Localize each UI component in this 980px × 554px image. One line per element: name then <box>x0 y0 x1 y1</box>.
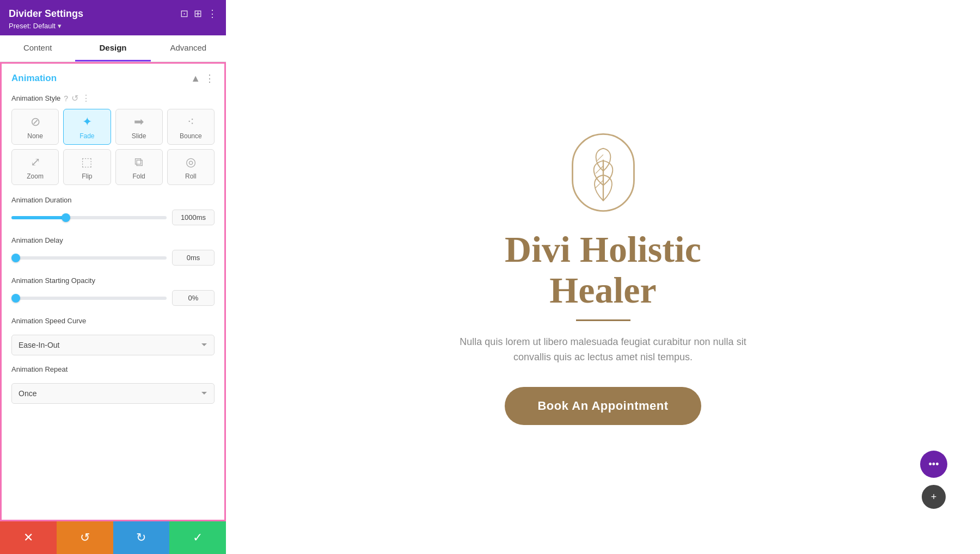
anim-bounce[interactable]: ⁖ Bounce <box>167 109 215 145</box>
flip-icon: ⬚ <box>81 155 93 169</box>
tab-advanced[interactable]: Advanced <box>151 35 226 61</box>
opacity-slider-track[interactable] <box>11 297 167 300</box>
duration-input[interactable]: 1000ms <box>172 210 215 225</box>
duration-slider-fill <box>11 216 66 219</box>
panel-header-actions: ⊡ ⊞ ⋮ <box>180 8 217 20</box>
bounce-label: Bounce <box>180 132 202 140</box>
help-icon[interactable]: ? <box>64 94 68 103</box>
duration-slider-group: 1000ms <box>11 210 215 225</box>
anim-zoom[interactable]: ⤢ Zoom <box>11 149 59 185</box>
preview-panel: Divi Holistic Healer Nulla quis lorem ut… <box>226 0 980 554</box>
fade-icon: ✦ <box>82 115 92 129</box>
delay-slider-group: 0ms <box>11 250 215 266</box>
fold-icon: ⧉ <box>134 155 143 169</box>
delay-slider-thumb[interactable] <box>11 254 20 262</box>
opacity-slider-thumb[interactable] <box>11 294 20 303</box>
tab-design[interactable]: Design <box>75 35 150 61</box>
animation-repeat-row: Animation Repeat Once Loop Infinite <box>11 365 215 404</box>
roll-label: Roll <box>185 173 197 180</box>
tab-content[interactable]: Content <box>0 35 75 61</box>
opacity-input[interactable]: 0% <box>172 290 215 306</box>
brand-description: Nulla quis lorem ut libero malesuada feu… <box>440 334 767 366</box>
zoom-icon: ⤢ <box>30 155 40 169</box>
zoom-label: Zoom <box>27 173 44 180</box>
speed-curve-select[interactable]: Ease-In-Out Ease-In Ease-Out Linear Ease <box>11 335 215 355</box>
delay-slider-track[interactable] <box>11 256 167 260</box>
preset-label[interactable]: Preset: Default ▾ <box>9 22 217 30</box>
bounce-icon: ⁖ <box>187 115 194 129</box>
none-label: None <box>27 132 43 140</box>
panel-body: Animation ▲ ⋮ Animation Style ? ↺ ⋮ ⊘ No… <box>0 62 226 521</box>
repeat-label: Animation Repeat <box>11 365 215 373</box>
reset-button[interactable]: ↺ <box>57 521 113 554</box>
svg-line-4 <box>597 155 603 161</box>
slide-label: Slide <box>132 132 146 140</box>
anim-none[interactable]: ⊘ None <box>11 109 59 145</box>
collapse-icon[interactable]: ▲ <box>191 73 200 84</box>
anim-flip[interactable]: ⬚ Flip <box>63 149 111 185</box>
duration-slider-track[interactable] <box>11 216 167 219</box>
anim-fold[interactable]: ⧉ Fold <box>115 149 163 185</box>
speed-curve-row: Animation Speed Curve Ease-In-Out Ease-I… <box>11 317 215 355</box>
animation-delay-row: Animation Delay 0ms <box>11 236 215 266</box>
animation-section-title: Animation <box>11 73 57 84</box>
section-more-icon[interactable]: ⋮ <box>205 72 215 84</box>
reset-style-icon[interactable]: ↺ <box>71 93 78 103</box>
brand-divider <box>576 319 630 321</box>
style-more-icon[interactable]: ⋮ <box>82 93 90 103</box>
save-button[interactable]: ✓ <box>169 521 226 554</box>
animation-style-grid: ⊘ None ✦ Fade ➡ Slide ⁖ Bounce ⤢ Zoom <box>11 109 215 185</box>
flip-label: Flip <box>82 173 92 180</box>
duration-slider-thumb[interactable] <box>62 213 70 222</box>
fade-label: Fade <box>79 132 94 140</box>
anim-fade[interactable]: ✦ Fade <box>63 109 111 145</box>
none-icon: ⊘ <box>30 115 40 129</box>
tabs-bar: Content Design Advanced <box>0 35 226 62</box>
delay-label: Animation Delay <box>11 236 215 244</box>
animation-repeat-select[interactable]: Once Loop Infinite <box>11 383 215 404</box>
animation-style-label: Animation Style ? ↺ ⋮ <box>11 93 215 103</box>
opacity-slider-group: 0% <box>11 290 215 306</box>
roll-icon: ◎ <box>186 155 196 169</box>
speed-curve-label: Animation Speed Curve <box>11 317 215 325</box>
animation-duration-row: Animation Duration 1000ms <box>11 196 215 225</box>
bottom-bar: ✕ ↺ ↻ ✓ <box>0 521 226 554</box>
anim-roll[interactable]: ◎ Roll <box>167 149 215 185</box>
animation-opacity-row: Animation Starting Opacity 0% <box>11 276 215 306</box>
slide-icon: ➡ <box>134 115 144 129</box>
anim-slide[interactable]: ➡ Slide <box>115 109 163 145</box>
duration-label: Animation Duration <box>11 196 215 204</box>
brand-title: Divi Holistic Healer <box>505 229 701 311</box>
fold-label: Fold <box>132 173 145 180</box>
floating-plus-button[interactable]: + <box>920 483 947 510</box>
animation-section: Animation ▲ ⋮ Animation Style ? ↺ ⋮ ⊘ No… <box>2 64 224 422</box>
settings-panel: Divider Settings ⊡ ⊞ ⋮ Preset: Default ▾… <box>0 0 226 554</box>
brand-logo <box>565 129 641 216</box>
cta-button[interactable]: Book An Appointment <box>505 387 701 425</box>
panel-header: Divider Settings ⊡ ⊞ ⋮ Preset: Default ▾ <box>0 0 226 35</box>
layout-icon[interactable]: ⊞ <box>194 8 202 20</box>
floating-dots-button[interactable]: ••• <box>920 451 947 478</box>
delay-input[interactable]: 0ms <box>172 250 215 266</box>
more-icon[interactable]: ⋮ <box>207 8 217 20</box>
section-header-icons: ▲ ⋮ <box>191 72 215 84</box>
redo-button[interactable]: ↻ <box>113 521 170 554</box>
panel-title: Divider Settings <box>9 8 83 20</box>
animation-section-header: Animation ▲ ⋮ <box>11 72 215 84</box>
floating-menu: ••• + <box>920 451 947 510</box>
opacity-label: Animation Starting Opacity <box>11 276 215 285</box>
fullscreen-icon[interactable]: ⊡ <box>180 8 188 20</box>
cancel-button[interactable]: ✕ <box>0 521 57 554</box>
